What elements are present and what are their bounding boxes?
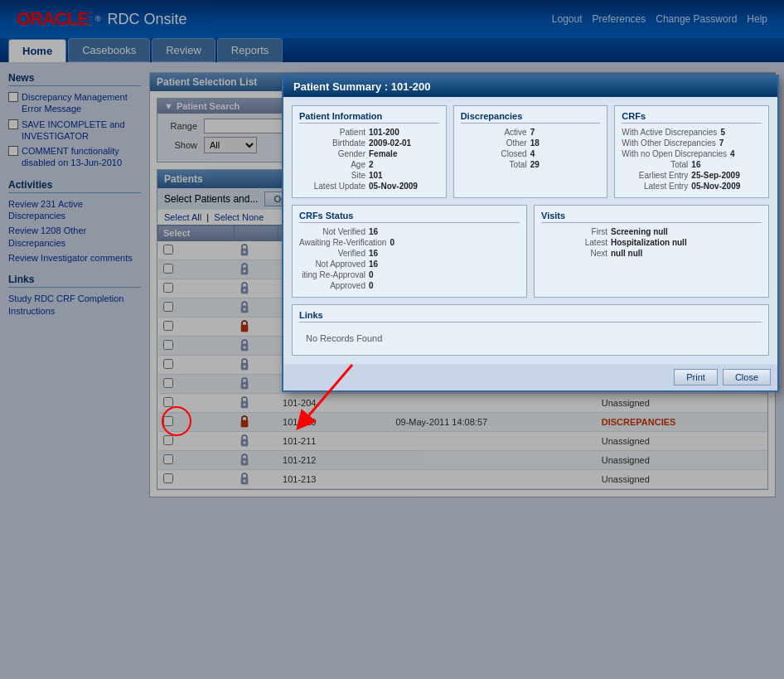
birthdate-row: Birthdate 2009-02-01 <box>299 138 439 148</box>
latest-visit-label: Latest <box>541 238 607 247</box>
links-card: Links No Records Found <box>292 304 769 356</box>
discrepancies-title: Discrepancies <box>461 111 601 124</box>
awaiting-reverif-label: Awaiting Re-Verification <box>299 238 386 247</box>
site-label: Site <box>299 171 365 180</box>
not-verified-row: Not Verified 16 <box>299 227 520 236</box>
first-visit-row: First Screening null <box>541 227 762 236</box>
patient-row: Patient 101-200 <box>299 128 439 137</box>
verified-label: Verified <box>299 249 365 258</box>
gender-label: Gender <box>299 149 365 158</box>
latest-update-row: Latest Update 05-Nov-2009 <box>299 182 439 191</box>
modal-title: Patient Summary : 101-200 <box>283 76 777 97</box>
modal-footer: Print Close <box>283 364 777 390</box>
not-approved-row: Not Approved 16 <box>299 259 520 269</box>
first-visit-label: First <box>541 227 607 236</box>
not-approved-value: 16 <box>369 259 378 269</box>
other-disc-value: 18 <box>530 138 540 148</box>
crfs-status-card: CRFs Status Not Verified 16 Awaiting Re-… <box>292 205 527 298</box>
visits-card: Visits First Screening null Latest Hospi… <box>534 205 769 298</box>
total-disc-value: 29 <box>530 160 540 169</box>
gender-row: Gender Female <box>299 149 439 158</box>
with-active-value: 5 <box>720 128 725 137</box>
active-disc-value: 7 <box>530 128 535 137</box>
patient-info-card: Patient Information Patient 101-200 Birt… <box>292 105 447 198</box>
not-verified-label: Not Verified <box>299 227 365 236</box>
next-visit-row: Next null null <box>541 249 762 258</box>
with-other-row: With Other Discrepancies 7 <box>622 138 762 148</box>
awaiting-reapp-value: 0 <box>369 270 374 279</box>
age-value: 2 <box>369 160 374 169</box>
other-disc-label: Other <box>461 138 527 148</box>
active-disc-row: Active 7 <box>461 128 601 137</box>
visits-title: Visits <box>541 211 762 223</box>
latest-update-label: Latest Update <box>299 182 365 191</box>
print-button[interactable]: Print <box>674 369 718 386</box>
crf-total-row: Total 16 <box>622 160 762 169</box>
latest-visit-value: Hospitalization null <box>611 238 687 247</box>
active-disc-label: Active <box>461 128 527 137</box>
awaiting-reverif-value: 0 <box>390 238 394 247</box>
patient-summary-modal: Patient Summary : 101-200 Patient Inform… <box>282 75 779 392</box>
next-visit-label: Next <box>541 249 607 258</box>
with-no-open-row: With no Open Discrepancies 4 <box>622 149 762 158</box>
with-active-row: With Active Discrepancies 5 <box>622 128 762 137</box>
latest-visit-row: Latest Hospitalization null <box>541 238 762 247</box>
awaiting-reapp-row: iting Re-Approval 0 <box>299 270 520 279</box>
next-visit-value: null null <box>611 249 642 258</box>
not-approved-label: Not Approved <box>299 259 365 269</box>
first-visit-value: Screening null <box>611 227 668 236</box>
verified-row: Verified 16 <box>299 249 520 258</box>
links-no-records: No Records Found <box>299 327 762 350</box>
awaiting-reapp-label: iting Re-Approval <box>299 270 365 279</box>
approved-value: 0 <box>369 281 374 290</box>
modal-body: Patient Information Patient 101-200 Birt… <box>283 97 777 364</box>
gender-value: Female <box>369 149 397 158</box>
crfs-title: CRFs <box>622 111 762 124</box>
with-other-value: 7 <box>719 138 724 148</box>
crf-total-value: 16 <box>691 160 700 169</box>
close-button[interactable]: Close <box>723 369 771 386</box>
crfs-card: CRFs With Active Discrepancies 5 With Ot… <box>614 105 769 198</box>
modal-links-title: Links <box>299 310 762 323</box>
age-label: Age <box>299 160 365 169</box>
awaiting-reverif-row: Awaiting Re-Verification 0 <box>299 238 520 247</box>
patient-value: 101-200 <box>369 128 399 137</box>
earliest-value: 25-Sep-2009 <box>691 171 739 180</box>
discrepancies-card: Discrepancies Active 7 Other 18 Closed 4… <box>453 105 608 198</box>
earliest-entry-row: Earliest Entry 25-Sep-2009 <box>622 171 762 180</box>
age-row: Age 2 <box>299 160 439 169</box>
closed-disc-label: Closed <box>461 149 527 158</box>
latest-entry-label: Latest Entry <box>622 182 688 191</box>
closed-disc-value: 4 <box>530 149 535 158</box>
crf-total-label: Total <box>622 160 688 169</box>
modal-top-grid: Patient Information Patient 101-200 Birt… <box>292 105 769 198</box>
birthdate-label: Birthdate <box>299 138 365 148</box>
crfs-status-title: CRFs Status <box>299 211 520 223</box>
verified-value: 16 <box>369 249 378 258</box>
closed-disc-row: Closed 4 <box>461 149 601 158</box>
latest-entry-value: 05-Nov-2009 <box>691 182 740 191</box>
total-disc-row: Total 29 <box>461 160 601 169</box>
latest-update-value: 05-Nov-2009 <box>369 182 418 191</box>
with-active-label: With Active Discrepancies <box>622 128 717 137</box>
patient-label: Patient <box>299 128 365 137</box>
site-value: 101 <box>369 171 383 180</box>
patient-info-title: Patient Information <box>299 111 439 124</box>
approved-row: Approved 0 <box>299 281 520 290</box>
not-verified-value: 16 <box>369 227 378 236</box>
modal-mid-grid: CRFs Status Not Verified 16 Awaiting Re-… <box>292 205 769 298</box>
site-row: Site 101 <box>299 171 439 180</box>
birthdate-value: 2009-02-01 <box>369 138 411 148</box>
other-disc-row: Other 18 <box>461 138 601 148</box>
latest-entry-row: Latest Entry 05-Nov-2009 <box>622 182 762 191</box>
with-no-open-value: 4 <box>730 149 735 158</box>
approved-label: Approved <box>299 281 365 290</box>
with-other-label: With Other Discrepancies <box>622 138 715 148</box>
earliest-label: Earliest Entry <box>622 171 688 180</box>
with-no-open-label: With no Open Discrepancies <box>622 149 727 158</box>
total-disc-label: Total <box>461 160 527 169</box>
